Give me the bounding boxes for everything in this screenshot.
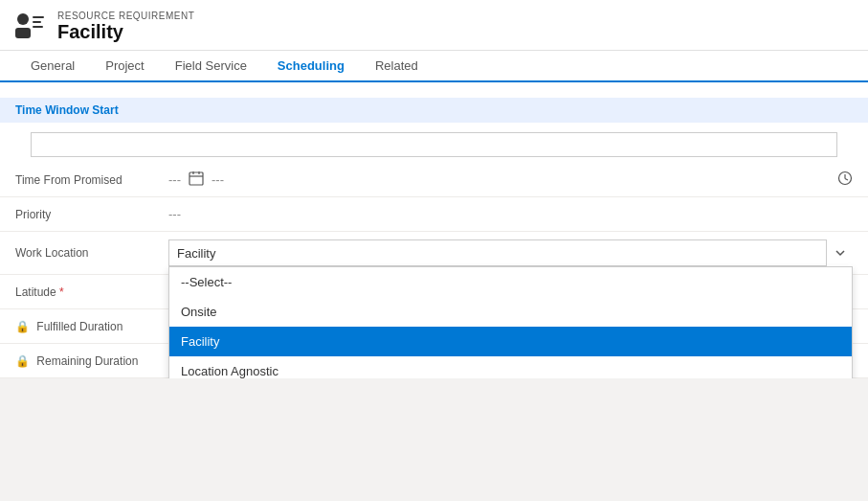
time-from-promised-row: Time From Promised --- ---: [0, 163, 868, 197]
dropdown-item-onsite[interactable]: Onsite: [169, 297, 852, 327]
svg-rect-3: [33, 21, 41, 23]
fulfilled-duration-label: 🔒 Fulfilled Duration: [15, 320, 168, 333]
priority-value: ---: [168, 207, 853, 221]
remaining-lock-icon: 🔒: [15, 354, 30, 368]
calendar-icon[interactable]: [189, 171, 204, 189]
work-location-dropdown: --Select-- Onsite Facility Location Agno…: [168, 266, 853, 378]
priority-row: Priority ---: [0, 197, 868, 232]
svg-rect-1: [15, 28, 31, 38]
time-from-promised-value: --- ---: [168, 171, 853, 189]
priority-label: Priority: [15, 208, 168, 221]
tab-scheduling[interactable]: Scheduling: [262, 51, 360, 82]
work-location-selected: Facility: [169, 246, 852, 261]
dropdown-item-select[interactable]: --Select--: [169, 267, 852, 297]
resource-icon: [15, 10, 46, 44]
tab-project[interactable]: Project: [90, 51, 159, 82]
section-time-window: Time Window Start: [0, 98, 868, 123]
svg-rect-0: [17, 13, 29, 25]
dropdown-item-location-agnostic[interactable]: Location Agnostic: [169, 356, 852, 378]
fulfilled-lock-icon: 🔒: [15, 320, 30, 333]
work-location-row: Work Location Facility --Select-- Onsite…: [0, 232, 868, 275]
dropdown-item-facility[interactable]: Facility: [169, 327, 852, 356]
remaining-duration-label: 🔒 Remaining Duration: [15, 354, 168, 368]
work-location-container: Facility --Select-- Onsite Facility Loca…: [168, 239, 853, 266]
latitude-required-star: *: [59, 285, 64, 299]
svg-rect-2: [33, 16, 44, 18]
time-window-input[interactable]: [31, 132, 837, 157]
header-text: RESOURCE REQUIREMENT Facility: [57, 11, 194, 43]
work-location-select[interactable]: Facility: [168, 239, 853, 266]
page-title: Facility: [57, 21, 194, 43]
time-from-promised-label: Time From Promised: [15, 173, 168, 187]
clock-icon[interactable]: [837, 171, 853, 189]
work-location-label: Work Location: [15, 246, 168, 260]
tab-field-service[interactable]: Field Service: [160, 51, 262, 82]
nav-tabs: General Project Field Service Scheduling…: [0, 51, 868, 82]
tab-general[interactable]: General: [15, 51, 90, 82]
tab-related[interactable]: Related: [360, 51, 434, 82]
svg-line-11: [845, 179, 848, 181]
latitude-label: Latitude *: [15, 285, 168, 299]
page-subtitle: RESOURCE REQUIREMENT: [57, 11, 194, 21]
page-header: RESOURCE REQUIREMENT Facility: [0, 0, 868, 51]
svg-rect-4: [33, 26, 43, 28]
content-area: Time Window Start Time From Promised ---…: [0, 82, 868, 378]
svg-rect-5: [189, 172, 203, 185]
